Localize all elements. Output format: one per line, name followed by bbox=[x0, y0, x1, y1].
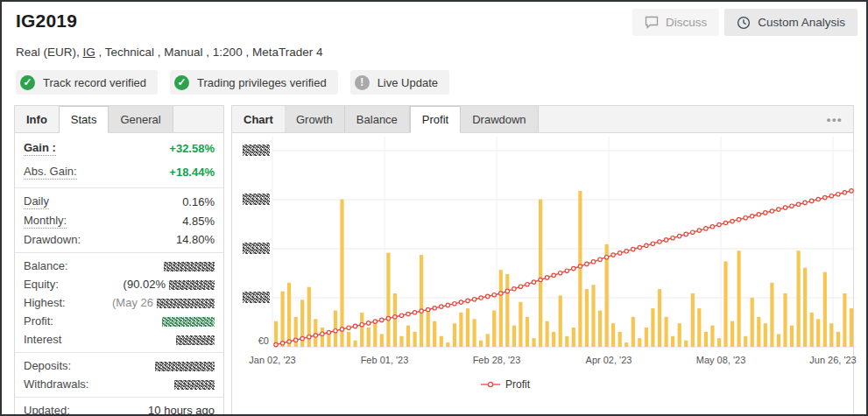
legend-marker-icon bbox=[481, 381, 500, 388]
stat-value: 0.16% bbox=[182, 195, 215, 208]
profit-chart-area[interactable]: €0 Profit Jan 02, '23Feb 01, '23Feb 28, … bbox=[232, 133, 853, 414]
discuss-button[interactable]: Discuss bbox=[632, 9, 719, 36]
verification-badge: ! Live Update bbox=[350, 70, 449, 95]
badge-label: Track record verified bbox=[43, 76, 146, 89]
subtitle-post: , Technical , Manual , 1:200 , MetaTrade… bbox=[95, 46, 323, 59]
masked-value bbox=[164, 259, 215, 272]
custom-analysis-label: Custom Analysis bbox=[758, 16, 845, 29]
stat-group: Daily 0.16% Monthly: 4.85% Drawdown: 14.… bbox=[15, 188, 223, 253]
check-circle-icon: ✓ bbox=[174, 75, 189, 90]
stat-row: Profit: bbox=[15, 312, 223, 330]
verification-badge: ✓ Track record verified bbox=[16, 70, 158, 95]
speech-bubble-icon bbox=[645, 16, 659, 29]
stat-row: Deposits: bbox=[15, 356, 223, 375]
stat-label: Balance: bbox=[24, 259, 68, 272]
blurred-value bbox=[162, 317, 215, 327]
stat-label[interactable]: Daily bbox=[24, 194, 49, 209]
stat-row: Updated: 10 hours ago bbox=[15, 401, 223, 416]
stat-label: Drawdown: bbox=[24, 233, 81, 246]
masked-value bbox=[155, 359, 215, 372]
stat-row: Highest: (May 26 bbox=[15, 293, 223, 312]
stat-row: Drawdown: 14.80% bbox=[15, 230, 223, 249]
stat-value: 4.85% bbox=[182, 215, 215, 228]
blurred-value bbox=[155, 362, 215, 371]
stat-value: 14.80% bbox=[176, 233, 215, 246]
sidebar-label-info: Info bbox=[15, 106, 59, 132]
masked-value bbox=[162, 314, 215, 328]
x-axis-label: May 08, '23 bbox=[696, 355, 746, 365]
blurred-value bbox=[174, 380, 215, 390]
sidebar-tab-stats[interactable]: Stats bbox=[59, 106, 109, 133]
stat-row: Withdrawals: bbox=[15, 375, 223, 393]
stat-label: Deposits: bbox=[24, 359, 71, 372]
stat-row: Daily 0.16% bbox=[15, 192, 223, 211]
stat-row: Abs. Gain: +18.44% bbox=[15, 160, 223, 184]
stat-group: Updated: 10 hours ago Tracking 0 bbox=[15, 398, 223, 416]
masked-value bbox=[174, 377, 215, 391]
stat-label: Profit: bbox=[24, 314, 53, 328]
custom-analysis-button[interactable]: Custom Analysis bbox=[724, 9, 857, 36]
value-prefix: (90.02% bbox=[123, 278, 166, 291]
y-axis-zero-label: €0 bbox=[237, 335, 269, 346]
stat-value: 10 hours ago bbox=[148, 404, 215, 416]
page-header: IG2019 Discuss Custom Analysis Real (EUR… bbox=[2, 2, 866, 95]
x-axis-label: Jun 26, '23 bbox=[809, 355, 856, 365]
chart-legend: Profit bbox=[232, 378, 857, 391]
chart-tab-growth[interactable]: Growth bbox=[285, 106, 345, 132]
value-prefix: (May 26 bbox=[112, 296, 153, 309]
account-subtitle: Real (EUR), IG , Technical , Manual , 1:… bbox=[16, 46, 857, 59]
verification-badge: ✓ Trading privileges verified bbox=[170, 70, 338, 95]
stats-sidebar: InfoStatsGeneral Gain : +32.58% Abs. Gai… bbox=[14, 105, 224, 415]
legend-label: Profit bbox=[505, 378, 530, 391]
blurred-value bbox=[176, 335, 215, 345]
broker-link[interactable]: IG bbox=[83, 46, 95, 59]
x-axis-label: Jan 02, '23 bbox=[249, 355, 295, 365]
stat-row: Balance: bbox=[15, 257, 223, 275]
legend-item-profit[interactable]: Profit bbox=[481, 378, 530, 391]
masked-value: (90.02% bbox=[123, 278, 215, 291]
stat-label[interactable]: Abs. Gain: bbox=[24, 165, 77, 180]
stat-value: +32.58% bbox=[169, 142, 215, 155]
badge-label: Live Update bbox=[378, 76, 438, 89]
stat-label: Highest: bbox=[24, 296, 66, 309]
ellipsis-icon[interactable]: ••• bbox=[816, 106, 853, 132]
stat-value: +18.44% bbox=[169, 166, 215, 179]
clock-icon bbox=[737, 16, 751, 30]
masked-y-axis-value bbox=[243, 243, 270, 254]
stat-group: Gain : +32.58% Abs. Gain: +18.44% bbox=[15, 133, 223, 188]
header-buttons: Discuss Custom Analysis bbox=[632, 9, 857, 36]
exclamation-circle-icon: ! bbox=[355, 75, 370, 90]
masked-value: (May 26 bbox=[112, 296, 215, 309]
masked-y-axis-value bbox=[243, 194, 270, 205]
chart-label-chart: Chart bbox=[232, 106, 285, 132]
chart-tab-profit[interactable]: Profit bbox=[410, 106, 461, 133]
stat-label: Equity: bbox=[24, 278, 59, 291]
masked-y-axis-value bbox=[243, 145, 270, 156]
discuss-label: Discuss bbox=[666, 16, 707, 29]
stat-row: Equity: (90.02% bbox=[15, 275, 223, 293]
x-axis-label: Feb 01, '23 bbox=[361, 355, 409, 365]
blurred-value bbox=[157, 299, 215, 308]
stat-label: Interest bbox=[24, 333, 61, 346]
blurred-value bbox=[164, 262, 215, 271]
chart-tab-balance[interactable]: Balance bbox=[345, 106, 410, 132]
chart-panel: ChartGrowthBalanceProfitDrawdown••• €0 P… bbox=[231, 105, 854, 415]
stat-row: Monthly: 4.85% bbox=[15, 211, 223, 230]
check-circle-icon: ✓ bbox=[20, 75, 35, 90]
subtitle-pre: Real (EUR), bbox=[16, 46, 83, 59]
x-axis-label: Apr 02, '23 bbox=[586, 355, 632, 365]
stat-row: Gain : +32.58% bbox=[15, 137, 223, 160]
masked-y-axis-value bbox=[243, 292, 270, 303]
stat-label[interactable]: Monthly: bbox=[24, 214, 67, 229]
profit-chart-plot[interactable] bbox=[232, 133, 857, 350]
x-axis-label: Feb 28, '23 bbox=[473, 355, 521, 365]
stat-label: Withdrawals: bbox=[24, 377, 88, 391]
account-page: IG2019 Discuss Custom Analysis Real (EUR… bbox=[0, 0, 868, 416]
sidebar-tab-general[interactable]: General bbox=[109, 106, 173, 132]
account-title: IG2019 bbox=[16, 11, 77, 32]
sidebar-tab-strip: InfoStatsGeneral bbox=[15, 106, 223, 133]
chart-tab-drawdown[interactable]: Drawdown bbox=[461, 106, 538, 132]
chart-tab-strip: ChartGrowthBalanceProfitDrawdown••• bbox=[232, 106, 853, 133]
stat-label[interactable]: Gain : bbox=[24, 141, 56, 156]
stat-group: Balance: Equity: (90.02% Highest: (May 2… bbox=[15, 253, 223, 353]
